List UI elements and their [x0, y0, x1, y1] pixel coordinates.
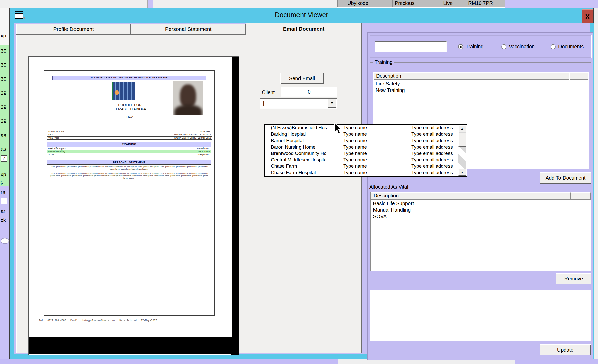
- training-row-highlighted: Manual Handling17-Oct-2017: [47, 150, 211, 153]
- dropdown-row[interactable]: Chase Farm HospitalType nameType email a…: [265, 170, 467, 176]
- background-lavender: [505, 0, 598, 8]
- training-items: Fire Safety New Training: [373, 80, 588, 94]
- dropdown-row[interactable]: Chase FarmType nameType email address: [265, 163, 467, 170]
- column-header-extra[interactable]: [571, 192, 591, 200]
- client-dropdown-list[interactable]: (N.Essex)Broomsfield HosType nameType em…: [264, 124, 467, 177]
- add-to-document-button[interactable]: Add To Document: [540, 172, 591, 184]
- page-edge-bottom: [29, 336, 239, 354]
- list-item[interactable]: Fire Safety: [373, 80, 588, 87]
- list-item[interactable]: New Training: [373, 87, 588, 94]
- send-email-button[interactable]: Send Email: [280, 73, 324, 84]
- training-date: 04-Apr-2018: [198, 153, 210, 156]
- radio-training-label[interactable]: Training: [466, 44, 484, 50]
- info-row: National Ins No:JA016388C: [47, 130, 212, 133]
- filter-frame: Training Vaccination Documents: [370, 35, 591, 58]
- radio-documents[interactable]: [551, 44, 556, 49]
- document-footer: Tel : 0121 288 4886 Email : info@pulse-s…: [39, 319, 215, 322]
- update-button[interactable]: Update: [540, 344, 591, 355]
- dropdown-row[interactable]: (N.Essex)Broomsfield HosType nameType em…: [265, 125, 467, 131]
- dialog-titlebar[interactable]: Document Viewer: [10, 8, 593, 23]
- search-input[interactable]: [375, 41, 447, 52]
- allocated-as-vital-label: Allocated As Vital: [369, 184, 408, 190]
- up-arrow-icon: ▲: [461, 127, 464, 130]
- statement-paragraph: Lorem Ipsum lorem Ipsum lorem Ipsum lore…: [50, 165, 208, 170]
- info-value: WORK Date of Expiry : 22-Mar-2018: [174, 136, 211, 139]
- check-icon: ✓: [1, 156, 7, 161]
- chevron-down-icon: ▼: [330, 101, 334, 105]
- info-value: 12345678 Date of Issue : 18-Oct-2016: [172, 133, 211, 136]
- radio-documents-label[interactable]: Documents: [558, 44, 584, 50]
- dropdown-row[interactable]: Barnet HospitalType nameType email addre…: [265, 138, 467, 144]
- tab-profile-document[interactable]: Profile Document: [16, 24, 131, 35]
- background-grid-row: Ubyikode Precious Live RM10 7PR: [337, 0, 506, 8]
- notes-textarea[interactable]: [370, 290, 591, 341]
- radio-vaccination[interactable]: [501, 44, 506, 49]
- client-label: Client: [262, 89, 275, 95]
- scroll-down-button[interactable]: ▼: [458, 169, 466, 176]
- remove-button[interactable]: Remove: [556, 273, 591, 284]
- training-group-label: Training: [373, 59, 394, 65]
- combobox-dropdown-button[interactable]: ▼: [328, 99, 336, 108]
- info-label: Visa Type:: [48, 136, 59, 139]
- list-item[interactable]: Basic Life Support: [371, 200, 591, 207]
- grid-cell-postcode: RM10 7PR: [466, 0, 506, 7]
- profile-title-line2: ELIZABETH ABIOFA: [74, 107, 185, 111]
- statement-text: Lorem Ipsum lorem Ipsum lorem Ipsum lore…: [47, 164, 211, 185]
- background-divider: [147, 0, 153, 8]
- list-item[interactable]: Manual Handling: [371, 207, 591, 213]
- grid-cell-status: Live: [441, 0, 466, 7]
- training-listbox-header: Description: [373, 72, 588, 80]
- left-checkbox[interactable]: [1, 198, 7, 204]
- tab-email-document[interactable]: Email Document: [246, 23, 362, 35]
- right-panel: Training Vaccination Documents Training …: [367, 32, 593, 360]
- training-row: SOVA04-Apr-2018: [47, 153, 211, 156]
- allocated-listbox[interactable]: Description Basic Life Support Manual Ha…: [370, 192, 591, 271]
- allocated-items: Basic Life Support Manual Handling SOVA: [371, 200, 591, 220]
- list-item[interactable]: SOVA: [371, 213, 591, 220]
- background-bottom-left: [0, 359, 338, 364]
- training-name: Manual Handling: [48, 150, 65, 153]
- info-label: National Ins No:: [48, 130, 64, 133]
- training-table: Basic Life Support03-Feb-2018 Manual Han…: [47, 147, 211, 156]
- column-header-description[interactable]: Description: [371, 192, 571, 200]
- dropdown-row[interactable]: Brentwood Community HcType nameType emai…: [265, 150, 467, 157]
- grid-cell-forename: Precious: [393, 0, 441, 7]
- dialog-title: Document Viewer: [10, 11, 593, 19]
- info-row: Visa Type:WORK Date of Expiry : 22-Mar-2…: [47, 136, 212, 139]
- dialog-frame-left: [10, 23, 14, 355]
- tab-personal-statement[interactable]: Personal Statement: [131, 24, 246, 35]
- scrollbar-thumb[interactable]: [458, 133, 466, 147]
- training-name: Basic Life Support: [48, 147, 66, 150]
- dropdown-scrollbar[interactable]: ▲ ▼: [458, 125, 466, 176]
- document-preview[interactable]: PULSE PROFESSIONAL SOFTWARE LTD KINSTON …: [28, 56, 239, 355]
- dropdown-row[interactable]: Central Middlesex HospitaType nameType e…: [265, 157, 467, 163]
- training-section-header: TRAINING: [47, 142, 211, 147]
- close-button[interactable]: X: [582, 9, 593, 24]
- column-header-extra[interactable]: [569, 72, 588, 80]
- radio-training[interactable]: [458, 44, 463, 49]
- client-combobox[interactable]: | ▼: [260, 98, 337, 109]
- info-table: National Ins No:JA016388C DBS:12345678 D…: [47, 130, 212, 140]
- scroll-up-button[interactable]: ▲: [458, 125, 466, 132]
- left-checkbox[interactable]: ✓: [1, 155, 7, 162]
- radio-vaccination-label[interactable]: Vaccination: [509, 44, 535, 50]
- document-header-bar: PULSE PROFESSIONAL SOFTWARE LTD KINSTON …: [52, 76, 206, 80]
- background-left-column: xp 39 39 39 39 39 39 as as ✓ xp is. ra a…: [0, 8, 9, 364]
- grid-cell-surname: Ubyikode: [345, 0, 393, 7]
- client-id-field[interactable]: 0: [281, 87, 337, 97]
- profile-role: HCA: [74, 115, 185, 119]
- dropdown-row[interactable]: Baron Nursing HomeType nameType email ad…: [265, 144, 467, 151]
- radio-selected-dot: [460, 46, 462, 48]
- info-label: DBS:: [48, 133, 54, 136]
- document-viewer-dialog: Document Viewer X Profile Document Perso…: [9, 8, 594, 359]
- column-header-description[interactable]: Description: [373, 72, 569, 80]
- allocated-listbox-header: Description: [371, 192, 591, 200]
- training-date: 17-Oct-2017: [198, 150, 210, 153]
- grid-cell-empty: [338, 0, 345, 7]
- training-row: Basic Life Support03-Feb-2018: [47, 147, 211, 150]
- company-logo: [112, 82, 135, 100]
- mouse-cursor-icon: [334, 123, 343, 135]
- info-value: JA016388C: [199, 130, 211, 133]
- dropdown-row[interactable]: Barking HospitalType nameType email addr…: [265, 131, 467, 138]
- screen: Ubyikode Precious Live RM10 7PR xp 39 39…: [0, 0, 598, 364]
